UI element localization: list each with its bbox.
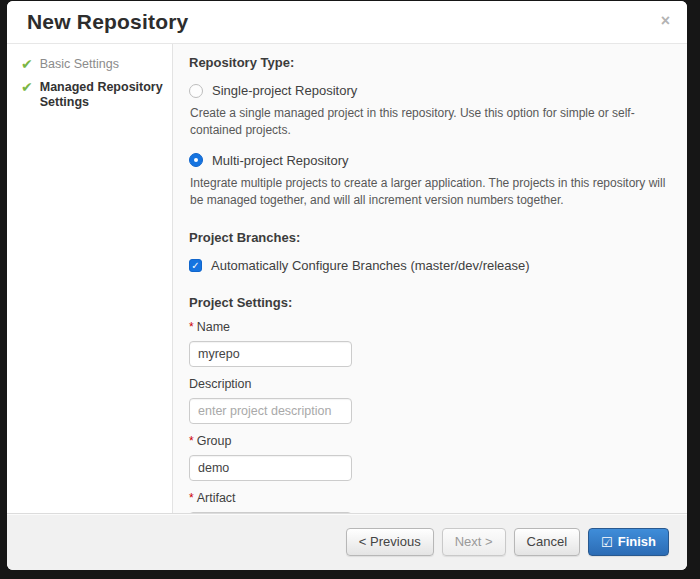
multi-project-description: Integrate multiple projects to create a … — [190, 175, 671, 210]
description-field-label: Description — [189, 377, 671, 391]
sidebar-item-label: Basic Settings — [40, 57, 119, 73]
finish-button[interactable]: ☑ Finish — [588, 528, 669, 556]
cancel-button[interactable]: Cancel — [514, 528, 580, 556]
wizard-steps-sidebar: ✔ Basic Settings ✔ Managed Repository Se… — [7, 44, 173, 513]
finish-button-label: Finish — [618, 534, 656, 550]
radio-label: Single-project Repository — [212, 83, 357, 98]
sidebar-item-basic-settings[interactable]: ✔ Basic Settings — [21, 57, 164, 73]
single-project-description: Create a single managed project in this … — [190, 105, 671, 140]
previous-button[interactable]: < Previous — [346, 528, 434, 556]
description-input[interactable] — [189, 398, 352, 424]
radio-label: Multi-project Repository — [212, 153, 349, 168]
artifact-field-group: *Artifact — [189, 491, 671, 513]
group-field-group: *Group — [189, 434, 671, 481]
dialog-body: ✔ Basic Settings ✔ Managed Repository Se… — [7, 44, 687, 513]
sidebar-item-label: Managed Repository Settings — [40, 80, 164, 111]
project-branches-section-label: Project Branches: — [189, 230, 671, 245]
name-field-group: *Name — [189, 320, 671, 367]
new-repository-dialog: New Repository × ✔ Basic Settings ✔ Mana… — [7, 1, 687, 570]
dialog-title: New Repository — [27, 10, 189, 34]
artifact-field-label: *Artifact — [189, 491, 671, 505]
check-icon: ✔ — [21, 57, 33, 71]
radio-multi-project-repository[interactable]: Multi-project Repository — [189, 153, 671, 168]
description-field-group: Description — [189, 377, 671, 424]
wizard-step-content: Repository Type: Single-project Reposito… — [173, 44, 687, 513]
group-field-label: *Group — [189, 434, 671, 448]
name-field-label: *Name — [189, 320, 671, 334]
close-icon[interactable]: × — [661, 13, 670, 29]
name-input[interactable] — [189, 341, 352, 367]
group-input[interactable] — [189, 455, 352, 481]
radio-unselected-icon[interactable] — [189, 84, 203, 98]
radio-single-project-repository[interactable]: Single-project Repository — [189, 83, 671, 98]
required-marker: * — [189, 434, 194, 448]
radio-selected-icon[interactable] — [189, 153, 203, 167]
finish-check-icon: ☑ — [601, 536, 613, 549]
required-marker: * — [189, 320, 194, 334]
checkbox-label: Automatically Configure Branches (master… — [211, 258, 530, 273]
auto-configure-branches-checkbox-row[interactable]: ✓ Automatically Configure Branches (mast… — [189, 258, 671, 273]
repository-type-section-label: Repository Type: — [189, 55, 671, 70]
dialog-footer: < Previous Next > Cancel ☑ Finish — [7, 513, 687, 570]
project-settings-section-label: Project Settings: — [189, 295, 671, 310]
next-button[interactable]: Next > — [442, 528, 506, 556]
dialog-header: New Repository × — [7, 1, 687, 44]
sidebar-item-managed-repository-settings[interactable]: ✔ Managed Repository Settings — [21, 80, 164, 111]
check-icon: ✔ — [21, 80, 33, 94]
checkbox-checked-icon[interactable]: ✓ — [189, 259, 202, 272]
required-marker: * — [189, 491, 194, 505]
